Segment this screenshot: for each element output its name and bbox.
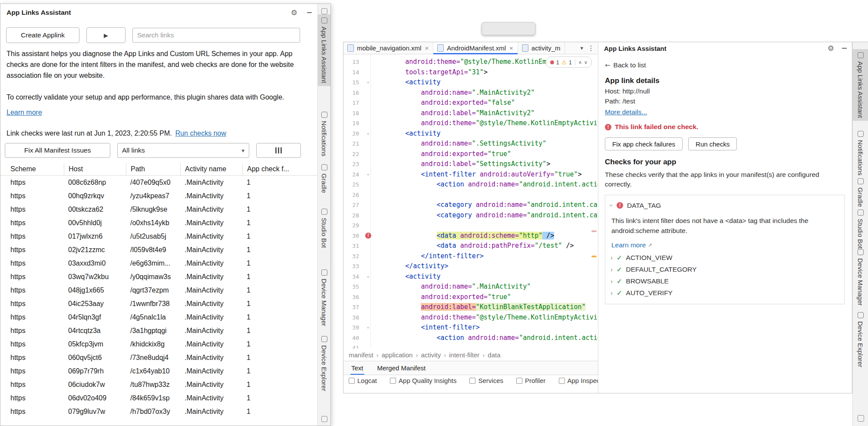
tool-strip-tab-app-links-assistant[interactable]: App Links Assistant bbox=[853, 49, 868, 121]
breadcrumb-item[interactable]: intent-filter bbox=[449, 351, 479, 359]
table-row[interactable]: https017jwlxzn6/u5t2usab5j.MainActivity1 bbox=[0, 230, 318, 243]
fix-app-check-failures-button[interactable]: Fix app check failures bbox=[605, 137, 683, 150]
table-row[interactable]: https05kfcp3jvm/khidckix8g.MainActivity1 bbox=[0, 337, 318, 351]
bottom-tab-text[interactable]: Text bbox=[350, 362, 364, 374]
tool-strip-tab-device-explorer[interactable]: Device Explorer bbox=[318, 333, 330, 394]
code-line[interactable]: 24› <intent-filter android:autoVerify="t… bbox=[343, 170, 598, 180]
fix-all-manifest-issues-button[interactable]: Fix All Manifest Issues bbox=[5, 143, 110, 158]
table-row[interactable]: https00v5hhld0j/o0xhs14ykb.MainActivity1 bbox=[0, 216, 318, 230]
run-button[interactable]: ▶ bbox=[86, 27, 125, 43]
hidden-tabs-icon[interactable]: ▾ bbox=[577, 45, 587, 51]
warning-stripe-mark[interactable] bbox=[591, 256, 597, 257]
table-row[interactable]: https03wq7w2kbu/y0qqimaw3s.MainActivity1 bbox=[0, 270, 318, 283]
code-line[interactable]: 17 android:exported="false" bbox=[343, 98, 598, 108]
code-line[interactable]: 34› <activity bbox=[343, 272, 598, 282]
tool-strip-tab-gradle[interactable]: Gradle bbox=[318, 161, 330, 196]
bottom-tab-merged-manifest[interactable]: Merged Manifest bbox=[376, 362, 427, 374]
table-row[interactable]: https04rtcqtz3a/3a1hgptqgi.MainActivity1 bbox=[0, 324, 318, 337]
close-tab-icon[interactable]: × bbox=[509, 44, 514, 52]
code-line[interactable]: 27 <category android:name="android.inten… bbox=[343, 200, 598, 210]
check-learn-more-link[interactable]: Learn more bbox=[611, 241, 646, 249]
table-row[interactable]: https00tskcza62/5lknugk9se.MainActivity1 bbox=[0, 203, 318, 216]
code-line[interactable]: 33 </activity> bbox=[343, 261, 598, 272]
column-settings-button[interactable] bbox=[256, 143, 301, 158]
breadcrumb-item[interactable]: data bbox=[488, 351, 500, 359]
tool-strip-tab-notifications[interactable]: Notifications bbox=[318, 109, 330, 160]
code-line[interactable]: 41 bbox=[343, 343, 598, 349]
table-row[interactable]: https048jg1x665/qgrt37ezpm.MainActivity1 bbox=[0, 283, 318, 297]
code-line[interactable]: 29 bbox=[343, 220, 598, 231]
tool-window-button-logcat[interactable]: Logcat bbox=[349, 377, 377, 393]
code-line[interactable]: 35 android:name=".MainActivity" bbox=[343, 282, 598, 292]
code-line[interactable]: 18 android:label="MainActivity2" bbox=[343, 108, 598, 119]
breadcrumb-item[interactable]: activity bbox=[421, 351, 441, 359]
check-item-default_category[interactable]: ›✓DEFAULT_CATEGORY bbox=[611, 263, 839, 275]
fold-icon[interactable]: › bbox=[363, 326, 373, 329]
column-header[interactable]: App check f... bbox=[242, 163, 318, 175]
column-header[interactable]: Activity name bbox=[180, 163, 242, 175]
code-line[interactable]: 25 <action android:name="android.intent.… bbox=[343, 180, 598, 190]
error-stripe-mark[interactable] bbox=[591, 230, 597, 232]
check-item-browsable[interactable]: ›✓BROWSABLE bbox=[611, 275, 839, 287]
table-row[interactable]: https02jv21zzmc/l059v8t4e9.MainActivity1 bbox=[0, 243, 318, 256]
tool-window-button-app-inspection[interactable]: App Inspection bbox=[559, 377, 598, 393]
code-line[interactable]: 15› <activity bbox=[343, 77, 598, 88]
table-row[interactable]: https03axxd3mi0/e6g63mim....MainActivity… bbox=[0, 256, 318, 270]
check-item-auto_verify[interactable]: ›✓AUTO_VERIFY bbox=[611, 287, 839, 299]
code-line[interactable]: 28 <category android:name="android.inten… bbox=[343, 210, 598, 221]
code-line[interactable]: 23 android:label="SettingsActivity"> bbox=[343, 159, 598, 170]
code-line[interactable]: 21 android:name=".SettingsActivity" bbox=[343, 139, 598, 149]
tool-strip-tab-studio-bot[interactable]: Studio Bot bbox=[853, 206, 868, 252]
links-filter-dropdown[interactable]: All links ▾ bbox=[117, 143, 249, 158]
tab-options-icon[interactable]: ⋮ bbox=[587, 44, 598, 52]
check-item-action_view[interactable]: ›✓ACTION_VIEW bbox=[611, 252, 839, 263]
fold-icon[interactable]: › bbox=[363, 275, 373, 278]
table-row[interactable]: https008c6z68np/407e09q5x0.MainActivity1 bbox=[0, 176, 318, 189]
create-applink-button[interactable]: Create Applink bbox=[6, 27, 79, 43]
tool-strip-tab-device-explorer[interactable]: Device Explorer bbox=[853, 309, 868, 370]
code-editor[interactable]: 13 android:theme="@style/Theme.KotlinEmp… bbox=[343, 54, 598, 349]
run-checks-button[interactable]: Run checks bbox=[688, 137, 737, 150]
tool-window-button-profiler[interactable]: Profiler bbox=[516, 377, 546, 393]
code-line[interactable]: 32 </intent-filter> bbox=[343, 251, 598, 262]
learn-more-link[interactable]: Learn more bbox=[7, 109, 42, 116]
tool-strip-top-icon[interactable] bbox=[321, 8, 327, 14]
fold-icon[interactable]: › bbox=[363, 173, 373, 176]
tool-strip-tab-device-manager[interactable]: Device Manager bbox=[318, 266, 330, 329]
tool-strip-tab-device-manager[interactable]: Device Manager bbox=[853, 246, 868, 309]
table-row[interactable]: https04r5lqn3gf/4g5nalc1la.MainActivity1 bbox=[0, 310, 318, 324]
code-line[interactable]: 40 <action android:name="android.intent.… bbox=[343, 333, 598, 343]
column-header[interactable]: Scheme bbox=[0, 163, 64, 175]
more-details-link[interactable]: More details... bbox=[605, 108, 647, 116]
table-row[interactable]: https06ciudok7w/tu87hwp33z.MainActivity1 bbox=[0, 378, 318, 391]
code-line[interactable]: 39› <intent-filter> bbox=[343, 323, 598, 333]
breadcrumb-item[interactable]: manifest bbox=[349, 351, 373, 359]
previous-issue-icon[interactable]: ∧ bbox=[578, 60, 582, 65]
code-line[interactable]: 16 android:name=".MainActivity2" bbox=[343, 88, 598, 98]
column-header[interactable]: Path bbox=[126, 163, 180, 175]
hide-icon[interactable] bbox=[307, 12, 312, 13]
fold-icon[interactable]: › bbox=[363, 132, 373, 135]
back-to-list-link[interactable]: ← Back to list bbox=[605, 61, 846, 69]
table-row[interactable]: https06dv02o409/84k659v1sp.MainActivity1 bbox=[0, 391, 318, 405]
next-issue-icon[interactable]: ∨ bbox=[584, 60, 587, 65]
column-header[interactable]: Host bbox=[64, 163, 126, 175]
panel-gear-icon[interactable]: ⚙ bbox=[828, 44, 834, 53]
code-line[interactable]: 36 android:exported="true" bbox=[343, 292, 598, 303]
panel-hide-icon[interactable] bbox=[842, 48, 847, 49]
tool-window-button-app-quality-insights[interactable]: App Quality Insights bbox=[390, 377, 456, 393]
tool-strip-tab-app-links-assistant[interactable]: App Links Assistant bbox=[318, 14, 330, 86]
search-input[interactable] bbox=[132, 28, 300, 43]
editor-tab-activity_m[interactable]: activity_m bbox=[518, 42, 565, 54]
code-line[interactable]: 38 android:theme="@style/Theme.KotlinEmp… bbox=[343, 313, 598, 323]
gear-icon[interactable]: ⚙ bbox=[291, 8, 297, 17]
table-row[interactable]: https060qv5jct6/73ne8udqj4.MainActivity1 bbox=[0, 351, 318, 364]
inspection-widget[interactable]: 1 ⚠ 1 ∧ ∨ bbox=[546, 57, 592, 68]
table-row[interactable]: https00hq9zrkqv/yzu4kpeas7.MainActivity1 bbox=[0, 189, 318, 203]
close-tab-icon[interactable]: × bbox=[424, 44, 429, 52]
code-line[interactable]: 20› <activity bbox=[343, 129, 598, 139]
editor-tab-mobile_navigation.xml[interactable]: mobile_navigation.xml× bbox=[343, 42, 433, 54]
table-row[interactable]: https069p7r79rh/c1x64yab10.MainActivity1 bbox=[0, 364, 318, 378]
code-line[interactable]: 30! <data android:scheme="http" /> bbox=[343, 231, 598, 241]
table-row[interactable]: https079g9luv7w/h7bd07ox3y.MainActivity1 bbox=[0, 405, 318, 418]
